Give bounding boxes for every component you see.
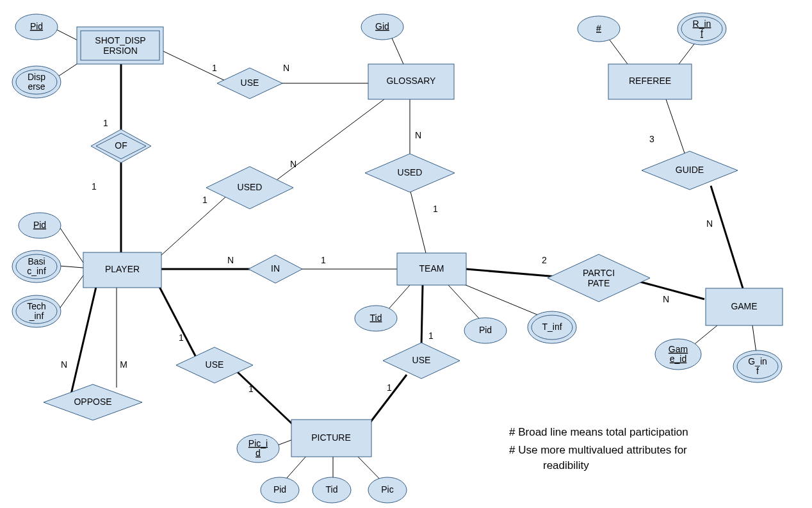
svg-line-6 <box>391 35 403 64</box>
attr-tech-inf-2: _inf <box>29 311 44 321</box>
rel-used-left: USED <box>238 182 263 192</box>
rel-participate-2: PATE <box>588 278 610 288</box>
entity-referee: REFEREE <box>629 76 671 86</box>
attr-tid: Tid <box>370 313 382 323</box>
card-player-in: N <box>227 255 234 265</box>
svg-line-11 <box>59 226 83 263</box>
rel-use-team-picture: USE <box>412 355 431 365</box>
attr-gid: Gid <box>375 21 389 31</box>
rel-in: IN <box>271 263 280 274</box>
svg-line-12 <box>59 266 83 268</box>
note-line2: # Use more multivalued attributes for <box>509 444 687 456</box>
svg-line-29 <box>466 269 557 277</box>
entity-glossary: GLOSSARY <box>387 76 436 86</box>
note-line1: # Broad line means total participation <box>509 426 688 438</box>
card-referee-guide: 3 <box>649 134 654 144</box>
card-sd-of: 1 <box>103 118 108 128</box>
card-team-use3: 1 <box>428 331 434 341</box>
attr-r-inf-1: R_in <box>693 19 711 29</box>
entity-player: PLAYER <box>105 264 140 274</box>
attr-pic-tid: Tid <box>326 484 338 495</box>
card-picture-use2: 1 <box>248 384 254 394</box>
attr-game-id-1: Gam <box>669 344 688 354</box>
entity-picture: PICTURE <box>311 432 350 443</box>
card-game-participate: N <box>663 294 669 304</box>
svg-line-32 <box>711 186 743 288</box>
svg-line-30 <box>640 282 704 299</box>
card-player-use2: 1 <box>179 332 184 343</box>
rel-use-top: USE <box>241 78 259 88</box>
entity-shot-dispersion-line1: SHOT_DISP <box>95 35 145 45</box>
card-sd-use: 1 <box>212 63 217 73</box>
note-line3: readibility <box>543 459 589 471</box>
rel-of: OF <box>115 140 127 151</box>
rel-guide: GUIDE <box>676 165 704 175</box>
svg-line-8 <box>160 195 227 256</box>
attr-pic-id-2: d <box>256 448 261 458</box>
rel-use-player-picture: USE <box>206 359 224 370</box>
entity-team: TEAM <box>419 263 444 274</box>
attr-p-pid: Pid <box>33 220 46 230</box>
attr-disperse-1: Disp <box>28 72 45 82</box>
attr-t-inf: T_inf <box>542 322 562 332</box>
svg-line-19 <box>237 372 298 429</box>
entity-shot-dispersion-line2: ERSION <box>103 45 138 56</box>
card-player-used1: 1 <box>202 195 207 205</box>
svg-line-33 <box>607 37 628 64</box>
card-oppose-m: M <box>120 359 127 370</box>
attr-pic-id-1: Pic_i <box>248 438 268 448</box>
svg-line-13 <box>59 275 83 309</box>
svg-line-20 <box>421 285 423 346</box>
attr-basic-inf-2: c_inf <box>27 266 46 276</box>
attr-disperse-2: erse <box>28 81 45 92</box>
card-glossary-used1: N <box>290 159 296 169</box>
rel-participate-1: PARTCI <box>583 268 615 278</box>
rel-used-right: USED <box>398 167 423 177</box>
attr-tech-inf-1: Tech <box>27 301 46 311</box>
attr-t-pid: Pid <box>479 325 492 335</box>
card-game-guide: N <box>706 218 713 229</box>
card-picture-use3: 1 <box>387 382 392 393</box>
card-oppose-n: N <box>61 359 67 370</box>
card-glossary-use: N <box>283 63 289 73</box>
attr-sd-pid: Pid <box>30 21 43 31</box>
card-team-used2: 1 <box>433 204 438 214</box>
card-player-of: 1 <box>92 181 97 192</box>
rel-oppose: OPPOSE <box>74 397 111 407</box>
attr-pic: Pic <box>381 484 393 495</box>
svg-line-10 <box>410 189 426 253</box>
card-team-in: 1 <box>321 255 326 265</box>
attr-r-inf-2: f <box>701 28 703 38</box>
attr-pic-pid: Pid <box>273 484 286 495</box>
card-glossary-used2: N <box>415 130 421 140</box>
attr-game-id-2: e_id <box>670 354 686 364</box>
attr-g-inf-1: G_in <box>748 356 767 366</box>
svg-line-31 <box>666 99 685 155</box>
attr-g-inf-2: f <box>756 366 759 376</box>
entity-game: GAME <box>731 301 757 311</box>
card-team-participate: 2 <box>542 255 547 265</box>
attr-basic-inf-1: Basi <box>28 256 45 266</box>
svg-line-18 <box>159 286 199 362</box>
attr-ref-num: # <box>596 23 601 33</box>
svg-line-4 <box>163 51 231 83</box>
